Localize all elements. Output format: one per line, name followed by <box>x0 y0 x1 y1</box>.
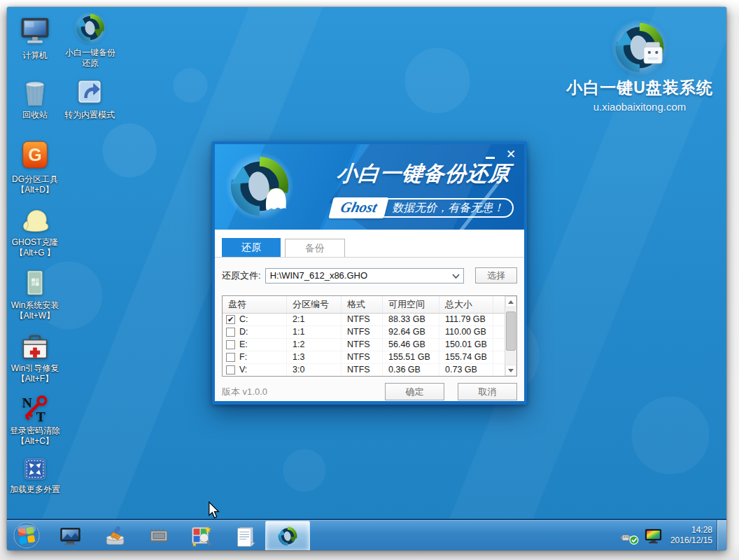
restore-file-value: H:\WIN7_612_x86.GHO <box>270 270 367 281</box>
ghost-slogan-row: Ghost 数据无价，有备无患！ <box>331 197 514 218</box>
desktop-icon-password-clear[interactable]: 登录密码清除 【Alt+C】 <box>7 393 67 447</box>
clock[interactable]: 14:28 2016/12/15 <box>670 525 712 546</box>
desktop-icon-label: Win系统安装 【Alt+W】 <box>7 300 67 321</box>
scroll-down-button[interactable] <box>505 365 516 376</box>
minimize-button[interactable] <box>484 148 496 161</box>
software-box-icon <box>19 267 51 298</box>
xiaobai-logo-icon <box>276 524 300 548</box>
screen: 计算机 小白一键备份 还原 回收站 转为内置模式 DG分区工具 【Alt+D】 … <box>7 7 726 550</box>
cell-drive: F: <box>239 351 247 363</box>
scrollbar[interactable] <box>505 296 516 376</box>
taskbar-disk-cleanup-icon[interactable] <box>104 524 127 547</box>
desktop-icon-label: DG分区工具 【Alt+D】 <box>7 174 67 195</box>
screenshot-root: { "branding": { "corner_title": "小白一键U盘装… <box>0 0 739 560</box>
taskbar-image-tool-icon[interactable] <box>190 524 213 547</box>
desktop-icon-win-boot-repair[interactable]: Win引导修复 【Alt+F】 <box>7 332 67 384</box>
taskbar-notepad-icon[interactable] <box>234 524 257 547</box>
cell-total: 0.73 GB <box>439 364 493 376</box>
desktop-icon-xiaobai-backup[interactable]: 小白一键备份 还原 <box>58 10 122 69</box>
cell-free: 0.36 GB <box>383 364 439 376</box>
cell-free: 88.33 GB <box>383 314 439 326</box>
cell-format: NTFS <box>342 364 383 376</box>
cell-partition: 1:3 <box>287 351 342 363</box>
cell-partition: 1:1 <box>287 326 342 338</box>
desktop-icon-label: 小白一键备份 还原 <box>58 48 122 69</box>
minimize-icon <box>486 157 495 159</box>
col-total-size[interactable]: 总大小 <box>439 296 493 313</box>
checkbox-unchecked[interactable] <box>226 328 235 337</box>
first-aid-kit-icon <box>19 332 51 361</box>
restore-file-combobox[interactable]: H:\WIN7_612_x86.GHO <box>265 268 464 284</box>
table-row[interactable]: E: 1:2 NTFS 56.46 GB 150.01 GB <box>223 339 516 351</box>
ghost-icon <box>17 203 52 235</box>
cell-total: 150.01 GB <box>439 339 493 351</box>
cell-total: 155.74 GB <box>439 351 493 363</box>
select-button[interactable]: 选择 <box>475 267 517 284</box>
scrollbar-thumb[interactable] <box>506 312 516 351</box>
dialog-banner: 小白一键备份还原 Ghost 数据无价，有备无患！ ✕ <box>215 144 524 230</box>
checkbox-unchecked[interactable] <box>226 365 235 374</box>
recycle-bin-icon <box>17 74 52 108</box>
taskbar-desktop-preview-icon[interactable] <box>59 524 82 547</box>
cell-free: 155.51 GB <box>383 351 439 363</box>
dialog-title: 小白一键备份还原 <box>331 160 516 188</box>
desktop-icon-switch-internal[interactable]: 转为内置模式 <box>57 76 122 120</box>
computer-icon <box>17 10 52 48</box>
ghost-badge: Ghost <box>328 197 389 218</box>
desktop-icon-dg-partition[interactable]: DG分区工具 【Alt+D】 <box>7 137 67 195</box>
checkbox-unchecked[interactable] <box>226 340 235 349</box>
desktop-icon-label: 转为内置模式 <box>57 110 122 120</box>
clock-date: 2016/12/15 <box>670 536 712 546</box>
chevron-down-icon <box>452 273 460 279</box>
display-tray-icon[interactable] <box>644 526 663 545</box>
desktop-icon-label: Win引导修复 【Alt+F】 <box>7 363 67 384</box>
desktop-icon-ghost-clone[interactable]: GHOST克隆 【Alt+G 】 <box>7 203 67 258</box>
arrow-down-icon <box>508 369 514 372</box>
cell-format: NTFS <box>342 314 383 326</box>
col-partition[interactable]: 分区编号 <box>287 296 342 313</box>
cell-free: 92.64 GB <box>383 326 439 338</box>
table-row[interactable]: F: 1:3 NTFS 155.51 GB 155.74 GB <box>223 351 516 364</box>
tab-restore[interactable]: 还原 <box>222 238 281 257</box>
corner-branding: 小白一键U盘装系统 u.xiaobaixitong.com <box>547 20 726 113</box>
nt-key-icon <box>19 393 51 424</box>
cell-partition: 1:2 <box>287 339 342 351</box>
taskbar-active-app-button[interactable] <box>265 521 310 550</box>
cell-drive: D: <box>239 326 248 338</box>
table-row[interactable]: ✔C: 2:1 NTFS 88.33 GB 111.79 GB <box>223 314 516 326</box>
restore-file-label: 还原文件: <box>222 270 261 282</box>
mouse-cursor <box>208 501 220 519</box>
ok-button[interactable]: 确定 <box>385 383 444 400</box>
desktop-icon-label: 登录密码清除 【Alt+C】 <box>7 426 67 447</box>
window-controls: ✕ <box>484 148 517 161</box>
desktop[interactable]: 计算机 小白一键备份 还原 回收站 转为内置模式 DG分区工具 【Alt+D】 … <box>7 7 726 519</box>
col-free-space[interactable]: 可用空间 <box>383 296 439 313</box>
cell-partition: 3:0 <box>287 364 342 376</box>
xiaobai-ghost-logo-icon <box>223 150 296 223</box>
taskbar-memory-chip-icon[interactable] <box>147 524 170 547</box>
tab-backup[interactable]: 备份 <box>285 239 345 257</box>
cell-partition: 2:1 <box>287 314 342 326</box>
start-button[interactable] <box>13 522 41 550</box>
desktop-icon-win-install[interactable]: Win系统安装 【Alt+W】 <box>7 267 67 321</box>
cancel-button[interactable]: 取消 <box>458 383 517 400</box>
usb-tray-icon[interactable] <box>621 526 639 545</box>
checkbox-checked[interactable]: ✔ <box>226 315 235 324</box>
table-row[interactable]: D: 1:1 NTFS 92.64 GB 110.00 GB <box>223 326 516 339</box>
xiaobai-logo-icon <box>73 10 108 46</box>
cell-free: 56.46 GB <box>383 339 439 351</box>
cell-drive: C: <box>239 314 248 326</box>
slogan-text: 数据无价，有备无患！ <box>378 198 514 218</box>
taskbar: 14:28 2016/12/15 <box>7 519 726 550</box>
tab-strip: 还原 备份 <box>215 230 524 258</box>
checkbox-unchecked[interactable] <box>226 353 235 362</box>
table-row[interactable]: V: 3:0 NTFS 0.36 GB 0.73 GB <box>223 364 516 377</box>
close-button[interactable]: ✕ <box>505 148 517 161</box>
col-drive[interactable]: 盘符 <box>223 296 287 313</box>
shortcut-arrow-icon <box>73 76 106 108</box>
scroll-up-button[interactable] <box>505 296 516 307</box>
desktop-icon-label: GHOST克隆 【Alt+G 】 <box>7 237 67 258</box>
show-desktop-button[interactable] <box>717 520 726 550</box>
desktop-icon-load-more[interactable]: 加载更多外置 <box>7 456 67 495</box>
col-format[interactable]: 格式 <box>342 296 383 313</box>
